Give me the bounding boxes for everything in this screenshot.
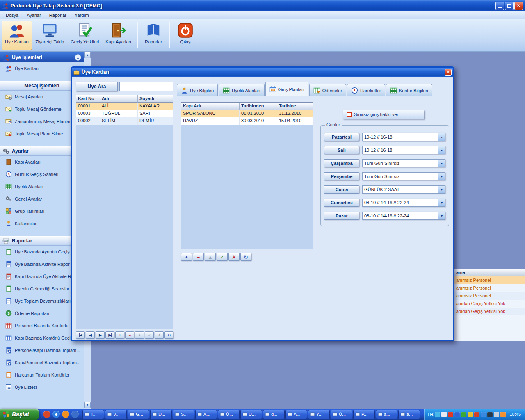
sidebar-header-uye-islemleri[interactable]: Üye İşlemleri (0, 52, 84, 62)
task-button-u[interactable]: Ü... (331, 410, 352, 419)
tray-icon[interactable] (448, 412, 453, 417)
media-player-icon[interactable] (62, 411, 69, 418)
next-button[interactable]: ▶ (96, 331, 105, 339)
day-button-pazartesi[interactable]: Pazartesi (324, 133, 359, 141)
member-search-button[interactable]: Üye Ara (76, 82, 118, 91)
tray-icon[interactable] (461, 412, 466, 417)
refresh-button[interactable]: ↻ (240, 253, 251, 261)
move-up-button[interactable]: ▲ (205, 253, 216, 261)
chevron-down-icon[interactable]: ▼ (438, 173, 445, 180)
toolbar-ziyaretci-takip[interactable]: Ziyaretçi Takip (32, 21, 67, 50)
table-row[interactable]: HAVUZ30.03.201015.04.2010 (181, 117, 313, 125)
schedule-select-cumartesi[interactable]: 08-10 // 14-16 // 22-24▼ (362, 199, 445, 207)
chevron-down-icon[interactable]: ▼ (438, 160, 445, 167)
tray-icon[interactable] (481, 412, 486, 417)
language-indicator[interactable]: TR (427, 412, 434, 417)
move-up-button[interactable]: ▲ (135, 331, 144, 339)
chevron-down-icon[interactable]: ▼ (438, 199, 445, 206)
tray-icon[interactable] (474, 412, 479, 417)
sidebar-item-personel-kapi-bazinda-toplam[interactable]: Personel/Kapi Bazında Toplam... (0, 344, 84, 356)
day-button-pazar[interactable]: Pazar (324, 212, 359, 220)
task-button-a[interactable]: a... (398, 410, 420, 419)
task-button-g[interactable]: G... (128, 410, 149, 419)
tray-icon[interactable] (500, 412, 506, 417)
sidebar-item-uye-listesi[interactable]: Üye Listesi (0, 381, 84, 393)
chevron-down-icon[interactable]: ▼ (438, 133, 445, 141)
task-button-u[interactable]: Ü... (218, 410, 240, 419)
scroll-up-icon[interactable]: ▲ (84, 52, 91, 58)
schedule-select-carsamba[interactable]: Tüm Gün Sınırsız▼ (362, 159, 445, 167)
unlimited-access-checkbox[interactable]: Sınırsız giriş hakkı ver (343, 110, 424, 119)
toolbar-uye-kartlari[interactable]: Üye Kartları (2, 21, 32, 50)
prev-button[interactable]: ◀ (86, 331, 95, 339)
task-button-t[interactable]: T... (82, 410, 104, 419)
pg-column-kapi-adi[interactable]: Kapı Adı (181, 103, 240, 110)
tray-icon[interactable] (494, 412, 499, 417)
maximize-button[interactable] (505, 2, 514, 10)
add-button[interactable]: + (181, 253, 192, 261)
schedule-select-pazartesi[interactable]: 10-12 // 16-18▼ (362, 133, 445, 141)
close-button[interactable]: ✕ (514, 2, 523, 10)
tray-icon[interactable] (487, 412, 493, 417)
task-button-u[interactable]: U... (240, 410, 262, 419)
tab-uyelik-alanlari[interactable]: Üyelik Alanları (219, 84, 265, 96)
remove-button[interactable]: − (193, 253, 204, 261)
task-button-d[interactable]: d... (263, 410, 285, 419)
ie-icon[interactable]: e (52, 411, 60, 418)
remove-button[interactable]: − (125, 331, 134, 339)
day-button-persembe[interactable]: Perşembe (324, 172, 359, 180)
refresh-button[interactable]: ↻ (164, 331, 173, 339)
tray-icon[interactable] (454, 412, 460, 417)
start-button[interactable]: Başlat (0, 409, 39, 420)
tab-uye-bilgileri[interactable]: Üye Bilgileri (177, 84, 218, 96)
task-button-v[interactable]: V... (105, 410, 127, 419)
pg-column-tarihine[interactable]: Tarihine (277, 103, 313, 110)
tray-icon[interactable] (468, 412, 473, 417)
pg-column-tarihinden[interactable]: Tarihinden (240, 103, 277, 110)
checkbox-icon[interactable] (347, 112, 352, 117)
menu-dosya[interactable]: Dosya (2, 12, 23, 18)
schedule-select-cuma[interactable]: GÜNLÜK 2 SAAT▼ (362, 185, 445, 194)
table-row[interactable]: 00003TUĞRULSARI (76, 110, 173, 117)
first-button[interactable]: |◀ (76, 331, 85, 339)
app-icon[interactable] (43, 411, 50, 418)
task-button-a[interactable]: A... (285, 410, 307, 419)
ok-button[interactable]: ✓ (145, 331, 154, 339)
tray-icon[interactable] (435, 412, 440, 417)
menu-raporlar[interactable]: Raporlar (45, 12, 71, 18)
task-button-y[interactable]: Y... (308, 410, 330, 419)
sidebar-item-harcanan-toplam-kontorler[interactable]: Harcanan Toplam Kontörler (0, 369, 84, 381)
minimize-button[interactable] (495, 2, 504, 10)
cancel-button[interactable]: ✗ (155, 331, 164, 339)
table-row[interactable]: 00001ALİKAYALAR (76, 103, 173, 110)
sidebar-item-kapi-personel-bazinda-toplam[interactable]: Kapı/Personel Bazında Toplam... (0, 356, 84, 369)
table-row[interactable]: SPOR SALONU01.01.201031.12.2010 (181, 110, 313, 117)
scroll-down-icon[interactable]: ▼ (84, 402, 91, 408)
schedule-select-persembe[interactable]: Tüm Gün Sınırsız▼ (362, 172, 445, 180)
tray-icon[interactable] (441, 412, 447, 417)
day-button-carsamba[interactable]: Çarşamba (324, 159, 359, 167)
task-button-d[interactable]: D... (150, 410, 172, 419)
toolbar-kapi-ayarlari[interactable]: Kapı Ayarları (102, 21, 135, 50)
ok-button[interactable]: ✓ (217, 253, 228, 261)
day-button-cuma[interactable]: Cuma (324, 185, 359, 194)
show-desktop-icon[interactable] (71, 411, 79, 418)
chevron-down-icon[interactable]: ▼ (438, 212, 445, 219)
day-button-cumartesi[interactable]: Cumartesi (324, 199, 359, 207)
chevron-down-icon[interactable]: ▼ (438, 186, 445, 193)
mg-column-soyadi[interactable]: Soyadı (138, 95, 173, 103)
task-button-a[interactable]: a... (376, 410, 397, 419)
menu-yardim[interactable]: Yardım (71, 12, 93, 18)
toolbar-gecis-yetkileri[interactable]: Geçiş Yetkileri (67, 21, 102, 50)
mg-column-adi[interactable]: Adı (100, 95, 138, 103)
tab-odemeler[interactable]: Ödemeler (309, 84, 346, 96)
cancel-button[interactable]: ✗ (228, 253, 240, 261)
task-button-p[interactable]: P... (353, 410, 375, 419)
collapse-button[interactable] (75, 54, 81, 61)
task-button-s[interactable]: S... (173, 410, 194, 419)
toolbar-raporlar[interactable]: Raporlar (140, 21, 167, 50)
menu-ayarlar[interactable]: Ayarlar (23, 12, 45, 18)
add-button[interactable]: + (115, 331, 124, 339)
day-button-sali[interactable]: Salı (324, 146, 359, 154)
table-row[interactable]: 00002SELİMDEMİR (76, 117, 173, 125)
